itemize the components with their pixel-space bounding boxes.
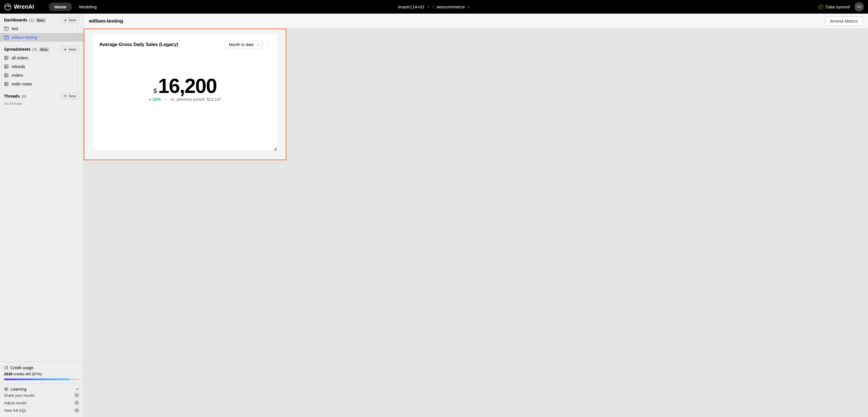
plus-icon <box>64 48 67 51</box>
crumb-separator: / <box>433 4 434 9</box>
chevron-down-icon <box>467 5 470 8</box>
more-icon[interactable]: ⋮ <box>75 73 79 78</box>
metric-previous: vs. previous period: $13,147 <box>170 97 221 102</box>
svg-rect-7 <box>5 73 8 77</box>
svg-point-1 <box>8 6 9 6</box>
widget-selection-frame[interactable]: Average Gross Daily Sales (Legacy) Month… <box>84 29 286 160</box>
card-title: Average Gross Daily Sales (Legacy) <box>99 42 178 47</box>
new-thread-button[interactable]: New <box>61 93 79 99</box>
chevron-down-icon <box>76 387 79 391</box>
crumb-project[interactable]: woocommerce <box>437 4 470 9</box>
user-avatar[interactable]: WI <box>855 2 864 11</box>
plus-icon <box>64 19 67 22</box>
more-icon[interactable]: ⋮ <box>75 56 79 60</box>
spreadsheet-icon <box>4 73 9 78</box>
more-icon[interactable]: ⋮ <box>75 82 79 86</box>
spreadsheet-item[interactable]: refunds ⋮ <box>0 62 83 71</box>
section-dashboards-title: Dashboards (2) Beta <box>4 18 46 23</box>
credit-progress-fill <box>4 379 69 380</box>
play-icon <box>74 400 79 406</box>
card-menu-icon[interactable]: ⋮ <box>266 42 271 48</box>
page-header: william-testing Browse Metrics <box>84 13 868 29</box>
book-icon <box>4 387 8 391</box>
dashboard-item[interactable]: test ⋮ <box>0 24 83 33</box>
new-spreadsheet-button[interactable]: New <box>61 46 79 52</box>
svg-rect-8 <box>5 82 8 86</box>
more-icon[interactable]: ⋮ <box>75 26 79 31</box>
learning-item[interactable]: View full SQL <box>4 407 79 414</box>
metric-delta: 23% <box>149 97 161 102</box>
sync-status: Data synced <box>818 4 850 9</box>
check-circle-icon <box>818 4 824 9</box>
browse-metrics-button[interactable]: Browse Metrics <box>825 17 863 26</box>
svg-point-0 <box>5 4 11 10</box>
section-spreadsheets-title: Spreadsheets (4) Beta <box>4 47 49 52</box>
nav-home[interactable]: Home <box>49 3 72 11</box>
credit-progress-bar <box>4 379 79 380</box>
spreadsheet-icon <box>4 82 9 86</box>
project-breadcrumb: imastr114+02 / woocommerce <box>398 4 470 9</box>
svg-rect-3 <box>4 27 8 30</box>
dashboard-icon <box>4 35 9 40</box>
dashboard-item[interactable]: william-testing ⋮ <box>0 33 83 42</box>
brand-name: WrenAI <box>14 3 34 10</box>
metric-card: Average Gross Daily Sales (Legacy) Month… <box>93 34 277 151</box>
caret-up-icon <box>149 98 152 101</box>
metric-value: 16,200 <box>158 75 217 97</box>
more-icon[interactable]: ⋮ <box>75 64 79 69</box>
dashboard-icon <box>4 26 9 31</box>
chevron-down-icon <box>427 5 430 8</box>
credit-text: 2639 credits left (87%) <box>4 372 79 376</box>
spreadsheet-item[interactable]: all orders ⋮ <box>0 54 83 62</box>
app-header: WrenAI Home Modeling imastr114+02 / wooc… <box>0 0 868 13</box>
svg-rect-6 <box>5 65 8 68</box>
spreadsheet-icon <box>4 64 9 69</box>
resize-handle[interactable] <box>273 147 277 150</box>
sidebar: Dashboards (2) Beta New test <box>0 13 84 417</box>
wren-logo-icon <box>4 3 11 11</box>
plus-icon <box>64 94 67 97</box>
brand-logo[interactable]: WrenAI <box>4 3 34 11</box>
refresh-icon <box>4 366 8 370</box>
play-icon <box>74 408 79 413</box>
learning-item[interactable]: Share your results <box>4 391 79 399</box>
chevron-down-icon <box>257 43 260 46</box>
svg-rect-4 <box>4 36 8 39</box>
svg-rect-5 <box>5 56 8 60</box>
spreadsheet-icon <box>4 56 9 60</box>
spreadsheet-item[interactable]: order notes ⋮ <box>0 80 83 88</box>
spreadsheet-item[interactable]: orders ⋮ <box>0 71 83 80</box>
nav-modeling[interactable]: Modeling <box>73 3 102 11</box>
threads-empty: No threads <box>4 100 79 107</box>
metric-prefix: $ <box>153 87 157 95</box>
new-dashboard-button[interactable]: New <box>61 17 79 23</box>
credit-usage-block: Credit usage 2639 credits left (87%) <box>0 362 83 384</box>
crumb-user[interactable]: imastr114+02 <box>398 4 429 9</box>
more-icon[interactable]: ⋮ <box>75 35 79 40</box>
date-range-dropdown[interactable]: Month to date <box>225 41 262 48</box>
section-threads-title: Threads (0) <box>4 94 26 98</box>
page-title: william-testing <box>89 18 123 24</box>
learning-section: Learning Share your results Adjust resul… <box>0 384 83 417</box>
separator-dot: • <box>165 97 166 102</box>
learning-item[interactable]: Adjust results <box>4 399 79 407</box>
learning-toggle[interactable]: Learning <box>4 387 79 391</box>
play-icon <box>74 393 79 398</box>
